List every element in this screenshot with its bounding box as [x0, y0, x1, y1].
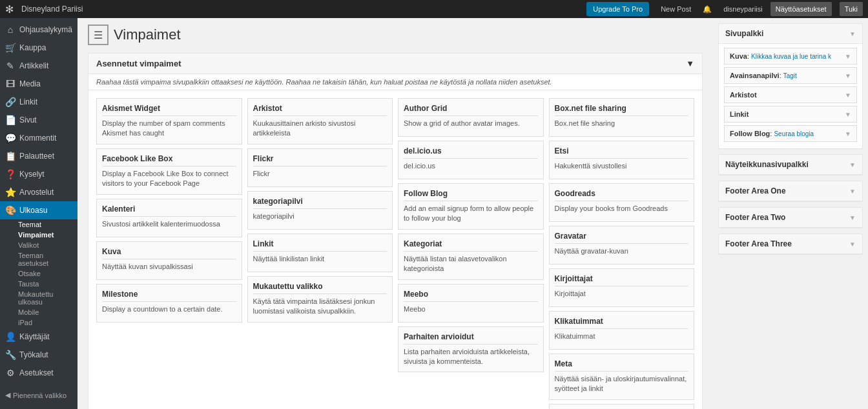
widget-desc: Näyttää gravatar-kuvan	[555, 246, 689, 256]
expand-icon: ▼	[845, 111, 851, 118]
new-post-link[interactable]: New Post	[661, 5, 691, 13]
sidebar-sub-teemat[interactable]: Teemat	[0, 219, 78, 230]
list-item[interactable]: Mukautettu valikkoKäytä tätä vimpainta l…	[247, 276, 393, 323]
list-item[interactable]: RSSNäyttää kaikki syötteet	[549, 404, 695, 409]
list-item[interactable]: Parhaiten arvioidutLista parhaiten arvio…	[398, 326, 544, 373]
list-item[interactable]: KlikatuimmatKlikatuimmat	[549, 311, 695, 350]
list-item[interactable]: del.icio.usdel.icio.us	[398, 141, 544, 179]
sidebar-item-asetukset[interactable]: ⚙ Asetukset	[0, 364, 78, 382]
sidebar-sub-otsake[interactable]: Otsake	[0, 268, 78, 279]
list-item[interactable]: KirjoittajatKirjoittajat	[549, 268, 695, 307]
sidebar-item-ulkoasu[interactable]: 🎨 Ulkoasu	[0, 201, 78, 219]
list-item[interactable]: Follow BlogAdd an email signup form to a…	[398, 183, 544, 230]
list-item[interactable]: Arkistot▼	[724, 86, 857, 103]
sidebar-item-kyselyt[interactable]: ❓ Kyselyt	[0, 165, 78, 183]
sidebar-item-kauppa[interactable]: 🛒 Kauppa	[0, 39, 78, 57]
widget-area-item-desc: Klikkaa kuvaa ja lue tarina k	[751, 53, 831, 60]
list-item[interactable]: KuvaNäyttää kuvan sivupalkissasi	[96, 241, 242, 280]
upgrade-pro-button[interactable]: Upgrade To Pro	[586, 2, 649, 16]
installed-widgets-desc: Raahaa tästä vimpaima sivupalkkiin ottaa…	[88, 74, 702, 90]
notification-icon[interactable]: 🔔	[703, 5, 712, 14]
list-item[interactable]: Author GridShow a grid of author avatar …	[398, 98, 544, 137]
widget-desc: Display the number of spam comments Akis…	[102, 119, 236, 139]
sidebar-item-artikkelit[interactable]: ✎ Artikkelit	[0, 57, 78, 75]
widget-area-item-desc: Tagit	[783, 72, 797, 79]
widget-title: Gravatar	[555, 232, 689, 244]
list-item[interactable]: MilestoneDisplay a countdown to a certai…	[96, 284, 242, 323]
widget-title: Arkistot	[253, 104, 388, 116]
widget-grid: Akismet WidgetDisplay the number of spam…	[88, 90, 702, 409]
installed-collapse-icon[interactable]: ▼	[686, 59, 694, 68]
widget-desc: Käytä tätä vimpainta lisätäksesi jonkun …	[253, 297, 388, 317]
widget-area-footer3-title: Footer Area Three	[725, 239, 792, 248]
widget-area-nayte-header[interactable]: Näyteikkunasivupalkki ▼	[719, 155, 862, 175]
list-item[interactable]: Linkit▼	[724, 106, 857, 123]
list-item[interactable]: MetaNäyttää sisään- ja uloskirjautumisva…	[549, 354, 695, 400]
list-item[interactable]: KategoriatNäyttää listan tai alasvetoval…	[398, 234, 544, 280]
list-item[interactable]: Follow Blog: Seuraa blogia▼	[724, 125, 857, 142]
widget-area-footer1-header[interactable]: Footer Area One ▼	[719, 181, 862, 201]
sidebar-item-arvostelut[interactable]: ⭐ Arvostelut	[0, 183, 78, 201]
widget-desc: del.icio.us	[404, 161, 538, 171]
list-item[interactable]: KalenteriSivustosi artikkelit kalenterim…	[96, 199, 242, 237]
list-item[interactable]: MeeboMeebo	[398, 284, 544, 323]
username-label: disneypariisi	[723, 5, 763, 13]
media-icon: 🎞	[5, 79, 16, 89]
widget-area-item-title: Linkit	[730, 110, 749, 118]
widget-title: Follow Blog	[404, 189, 538, 201]
list-item[interactable]: LinkitNäyttää linkilistan linkit	[247, 234, 393, 272]
display-settings-button[interactable]: Näyttöasetukset	[770, 2, 832, 16]
widget-area-sivupalkki-header[interactable]: Sivupalkki ▼	[719, 24, 862, 44]
sidebar-item-kommentit[interactable]: 💬 Kommentit	[0, 129, 78, 147]
installed-widgets-title: Asennetut vimpaimet	[96, 59, 181, 68]
sidebar-item-linkit[interactable]: 🔗 Linkit	[0, 93, 78, 111]
users-icon: 👤	[5, 332, 16, 342]
sidebar-sub-mukautettu-ulkoasu[interactable]: Mukautettu ulkoasu	[0, 289, 78, 307]
widget-area-footer3-header[interactable]: Footer Area Three ▼	[719, 234, 862, 254]
minimize-menu-button[interactable]: ◀ Pienennä valikko	[0, 387, 78, 403]
widget-col-3: Box.net file sharingBox.net file sharing…	[546, 95, 698, 409]
widget-area-footer2-header[interactable]: Footer Area Two ▼	[719, 208, 862, 228]
polls-icon: ❓	[5, 169, 16, 179]
sidebar-item-label: Kommentit	[19, 134, 56, 143]
list-item[interactable]: Facebook Like BoxDisplay a Facebook Like…	[96, 148, 242, 195]
sidebar-sub-tausta[interactable]: Tausta	[0, 279, 78, 289]
sidebar-sub-mobile[interactable]: Mobile	[0, 307, 78, 317]
widget-title: Mukautettu valikko	[253, 282, 388, 294]
widget-desc: Display your books from Goodreads	[555, 204, 689, 214]
widget-title: Meebo	[404, 290, 538, 302]
list-item[interactable]: Box.net file sharingBox.net file sharing	[549, 98, 695, 137]
list-item[interactable]: EtsiHakukenttä sivustollesi	[549, 141, 695, 179]
sidebar-sub-ipad[interactable]: iPad	[0, 317, 78, 328]
sidebar-sub-vimpaimet[interactable]: Vimpaimet	[0, 230, 78, 240]
sidebar-sub-valikot[interactable]: Valikot	[0, 240, 78, 250]
list-item[interactable]: kategoriapilvikategoriapilvi	[247, 191, 393, 230]
list-item[interactable]: Kuva: Klikkaa kuvaa ja lue tarina k▼	[724, 48, 857, 65]
sidebar-item-label: Kyselyt	[19, 170, 45, 179]
widget-title: del.icio.us	[404, 146, 538, 159]
sidebar-item-palautteet[interactable]: 📋 Palautteet	[0, 147, 78, 165]
sidebar-item-label: Kauppa	[19, 43, 46, 52]
help-button[interactable]: Tuki	[840, 2, 863, 16]
site-name: Disneyland Pariisi	[21, 5, 83, 14]
widget-title: Milestone	[102, 290, 236, 302]
list-item[interactable]: FlickrFlickr	[247, 148, 393, 187]
list-item[interactable]: GravatarNäyttää gravatar-kuvan	[549, 226, 695, 264]
widget-desc: Box.net file sharing	[555, 119, 689, 128]
list-item[interactable]: Akismet WidgetDisplay the number of spam…	[96, 98, 242, 145]
sidebar-item-label: Työkalut	[19, 350, 48, 359]
sidebar-item-käyttäjät[interactable]: 👤 Käyttäjät	[0, 328, 78, 346]
sidebar-item-ohjausalykymä[interactable]: ⌂ Ohjausalykymä	[0, 21, 78, 39]
links-icon: 🔗	[5, 97, 16, 107]
list-item[interactable]: GoodreadsDisplay your books from Goodrea…	[549, 183, 695, 222]
list-item[interactable]: ArkistotKuukausittainen arkisto sivustos…	[247, 98, 393, 145]
expand-icon: ▼	[845, 130, 851, 137]
expand-icon: ▼	[845, 53, 851, 60]
sidebar-sub-teeman-asetukset[interactable]: Teeman asetukset	[0, 250, 78, 268]
list-item[interactable]: Avainsanapilvi: Tagit▼	[724, 67, 857, 84]
widget-desc: Display a Facebook Like Box to connect v…	[102, 169, 236, 189]
ratings-icon: ⭐	[5, 187, 16, 197]
sidebar-item-media[interactable]: 🎞 Media	[0, 75, 78, 93]
sidebar-item-tyokalut[interactable]: 🔧 Työkalut	[0, 346, 78, 364]
sidebar-item-sivut[interactable]: 📄 Sivut	[0, 111, 78, 129]
